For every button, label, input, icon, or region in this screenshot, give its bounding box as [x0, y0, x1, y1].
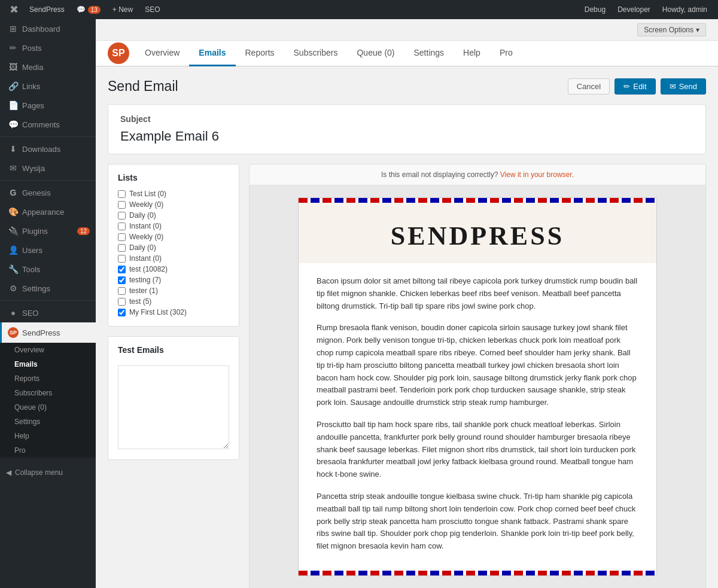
submenu-reports[interactable]: Reports [0, 371, 96, 386]
sidebar-item-label: Settings [22, 284, 50, 293]
adminbar-comments[interactable]: 💬 13 [71, 0, 107, 19]
list-checkbox-weekly2[interactable] [118, 233, 126, 241]
sidebar-item-wysija[interactable]: ✉ Wysija [0, 159, 96, 178]
sidebar-item-media[interactable]: 🖼 Media [0, 57, 96, 77]
list-label: Daily (0) [129, 243, 156, 252]
tab-emails[interactable]: Emails [189, 41, 235, 66]
sidebar-item-sendpress[interactable]: SP SendPress [0, 322, 96, 343]
list-checkbox-test-list[interactable] [118, 190, 126, 198]
list-item-testing: testing (7) [118, 275, 229, 285]
list-checkbox-tester[interactable] [118, 287, 126, 295]
list-checkbox-daily1[interactable] [118, 212, 126, 220]
list-checkbox-instant2[interactable] [118, 255, 126, 263]
tab-queue[interactable]: Queue (0) [347, 41, 404, 66]
tab-help[interactable]: Help [454, 41, 490, 66]
subject-label: Subject [120, 114, 693, 124]
adminbar-howdy[interactable]: Howdy, admin [656, 0, 713, 19]
adminbar-seo[interactable]: SEO [139, 0, 166, 19]
submenu-help[interactable]: Help [0, 429, 96, 443]
submenu-pro[interactable]: Pro [0, 443, 96, 458]
adminbar-new[interactable]: + New [107, 0, 139, 19]
preview-top-bar: Is this email not displaying correctly? … [250, 164, 705, 185]
users-icon: 👤 [8, 245, 19, 255]
list-checkbox-test2[interactable] [118, 298, 126, 306]
sidebar-item-users[interactable]: 👤 Users [0, 240, 96, 260]
submenu-queue[interactable]: Queue (0) [0, 400, 96, 415]
list-label: Daily (0) [129, 211, 156, 220]
left-column: Lists Test List (0) Weekly (0) Daily (0) [108, 164, 239, 460]
genesis-icon: G [8, 188, 19, 197]
wp-logo[interactable]: ✖ [5, 3, 23, 16]
list-checkbox-daily2[interactable] [118, 244, 126, 252]
browser-notice-text: Is this email not displaying correctly? [381, 170, 498, 179]
list-checkbox-weekly1[interactable] [118, 201, 126, 209]
tab-reports[interactable]: Reports [236, 41, 284, 66]
sidebar-item-links[interactable]: 🔗 Links [0, 77, 96, 96]
submenu-emails[interactable]: Emails [0, 357, 96, 371]
sidebar-item-settings[interactable]: ⚙ Settings [0, 279, 96, 298]
email-para-2: Rump bresaola flank venison, boudin done… [317, 322, 638, 409]
page-title: Send Email [108, 78, 178, 95]
lists-title: Lists [118, 173, 229, 182]
sidebar-item-label: Plugins [22, 227, 48, 236]
sidebar-item-label: Links [22, 82, 40, 91]
list-checkbox-test[interactable] [118, 266, 126, 273]
test-emails-input[interactable] [118, 365, 229, 449]
cancel-button[interactable]: Cancel [568, 78, 610, 95]
edit-icon: ✏ [623, 82, 630, 91]
send-button[interactable]: ✉ Send [661, 78, 706, 95]
sidebar-item-seo[interactable]: ● SEO [0, 303, 96, 322]
sidebar-item-appearance[interactable]: 🎨 Appearance [0, 202, 96, 221]
edit-button[interactable]: ✏ Edit [614, 78, 655, 95]
sidebar-item-tools[interactable]: 🔧 Tools [0, 260, 96, 279]
sidebar-item-dashboard[interactable]: ⊞ Dashboard [0, 19, 96, 38]
two-column-layout: Lists Test List (0) Weekly (0) Daily (0) [108, 164, 706, 588]
preview-inner: SENDPRESS Bacon ipsum dolor sit amet bil… [250, 185, 705, 588]
sidebar-item-genesis[interactable]: G Genesis [0, 183, 96, 202]
adminbar-sendpress[interactable]: SendPress [23, 0, 71, 19]
collapse-arrow-icon: ◀ [6, 468, 11, 477]
sidebar-item-label: Tools [22, 265, 40, 274]
adminbar-developer[interactable]: Developer [611, 0, 656, 19]
list-checkbox-my-first-list[interactable] [118, 309, 126, 316]
admin-bar: ✖ SendPress 💬 13 + New SEO Debug Develop… [0, 0, 718, 19]
list-checkbox-instant1[interactable] [118, 223, 126, 230]
submenu-settings[interactable]: Settings [0, 415, 96, 429]
adminbar-debug[interactable]: Debug [579, 0, 611, 19]
sidebar-item-plugins[interactable]: 🔌 Plugins 12 [0, 221, 96, 240]
sendpress-sidebar-icon: SP [8, 327, 19, 338]
email-para-1: Bacon ipsum dolor sit amet biltong tail … [317, 275, 638, 312]
tab-pro[interactable]: Pro [490, 41, 522, 66]
list-label: My First List (302) [129, 308, 187, 316]
media-icon: 🖼 [8, 62, 19, 72]
list-checkbox-testing[interactable] [118, 276, 126, 284]
collapse-menu-button[interactable]: ◀ Collapse menu [0, 464, 96, 482]
settings-icon: ⚙ [8, 284, 19, 293]
email-envelope: SENDPRESS Bacon ipsum dolor sit amet bil… [298, 197, 657, 576]
list-label: test (10082) [129, 265, 168, 273]
screen-options-label: Screen Options [644, 26, 693, 34]
list-item-tester: tester (1) [118, 285, 229, 296]
screen-header: Screen Options ▾ [96, 19, 718, 41]
tab-settings[interactable]: Settings [404, 41, 454, 66]
envelope-border-top [299, 198, 656, 203]
list-item-my-first-list: My First List (302) [118, 307, 229, 318]
sidebar-item-downloads[interactable]: ⬇ Downloads [0, 139, 96, 159]
wysija-icon: ✉ [8, 163, 19, 173]
list-item-daily1: Daily (0) [118, 210, 229, 221]
send-icon: ✉ [670, 82, 676, 91]
sidebar-item-comments[interactable]: 💬 Comments [0, 115, 96, 134]
sidebar-item-posts[interactable]: ✏ Posts [0, 38, 96, 57]
tab-overview[interactable]: Overview [135, 41, 189, 66]
sidebar-item-label: Wysija [22, 164, 45, 173]
sidebar-item-label: SEO [22, 309, 38, 318]
view-in-browser-link[interactable]: View it in your browser. [500, 170, 574, 179]
sendpress-submenu: Overview Emails Reports Subscribers Queu… [0, 343, 96, 458]
screen-options-button[interactable]: Screen Options ▾ [637, 23, 706, 36]
sidebar-item-pages[interactable]: 📄 Pages [0, 96, 96, 115]
plugins-badge: 12 [77, 227, 90, 235]
submenu-subscribers[interactable]: Subscribers [0, 386, 96, 400]
menu-sep [0, 136, 96, 137]
tab-subscribers[interactable]: Subscribers [284, 41, 348, 66]
submenu-overview[interactable]: Overview [0, 343, 96, 357]
